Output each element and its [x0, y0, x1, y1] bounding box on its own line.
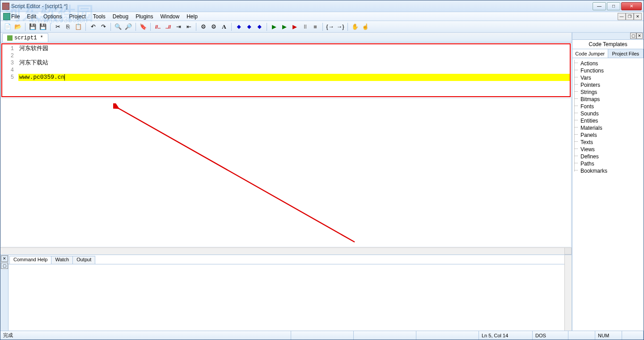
cut-icon[interactable]: ✂	[53, 22, 62, 31]
side-panel-close-icon[interactable]: ✕	[636, 33, 643, 39]
line-number: 3	[2, 60, 14, 67]
minimize-button[interactable]: —	[593, 2, 606, 10]
toolbar-separator	[196, 23, 196, 31]
code-text: www.pc0359.cn	[19, 74, 64, 81]
menu-debug[interactable]: Debug	[109, 13, 132, 21]
mdi-minimize-button[interactable]: —	[618, 13, 626, 20]
save-all-icon[interactable]: 💾	[38, 22, 47, 31]
toolbar-separator	[322, 23, 323, 31]
outdent-icon[interactable]: ⇤	[184, 22, 193, 31]
menu-help[interactable]: Help	[183, 13, 201, 21]
tree-node-defines[interactable]: Defines	[574, 153, 642, 160]
tab-command-help[interactable]: Command Help	[9, 256, 51, 264]
menu-options[interactable]: Options	[40, 13, 65, 21]
side-panel-pin-icon[interactable]: ▢	[630, 33, 636, 39]
svg-line-0	[118, 108, 355, 242]
build-icon[interactable]: ◆	[245, 22, 254, 31]
comment-slash-icon[interactable]: //..	[153, 22, 162, 31]
run-icon[interactable]: ▶	[270, 22, 279, 31]
tab-watch[interactable]: Watch	[51, 256, 73, 264]
font-icon[interactable]: A	[220, 22, 229, 31]
menu-window[interactable]: Window	[157, 13, 183, 21]
close-button[interactable]: ✕	[621, 2, 642, 10]
editor-empty-area[interactable]	[1, 99, 571, 246]
bottom-panel-close-icon[interactable]: ✕	[1, 255, 8, 262]
bottom-vertical-scrollbar[interactable]	[564, 255, 572, 331]
code-line[interactable]: 河东软件园	[18, 45, 570, 52]
tree-node-materials[interactable]: Materials	[574, 124, 642, 132]
pointer-icon[interactable]: ☝	[361, 22, 370, 31]
main-area: script1 * 1 2 3 4 5 河东软件园 河东下载站	[0, 33, 644, 331]
tree-node-pointers[interactable]: Pointers	[574, 81, 642, 89]
maximize-button[interactable]: □	[607, 2, 620, 10]
bottom-panel-tabs: Command Help Watch Output	[8, 255, 564, 264]
pause-icon[interactable]: ⏸	[301, 22, 309, 31]
rebuild-icon[interactable]: ◆	[255, 22, 264, 31]
status-cell	[416, 331, 479, 340]
tree-node-vars[interactable]: Vars	[574, 74, 642, 81]
tab-output[interactable]: Output	[72, 256, 95, 264]
menu-tools[interactable]: Tools	[89, 13, 109, 21]
redo-icon[interactable]: ↷	[99, 22, 108, 31]
tree-node-views[interactable]: Views	[574, 146, 642, 153]
undo-icon[interactable]: ↶	[89, 22, 97, 31]
tree-node-entities[interactable]: Entities	[574, 117, 642, 124]
code-line[interactable]	[18, 52, 570, 60]
line-number: 5	[2, 74, 14, 81]
mdi-close-button[interactable]: ✕	[634, 13, 642, 20]
step-into-icon[interactable]: →}	[336, 22, 345, 31]
step-over-icon[interactable]: {→	[326, 22, 335, 31]
editor-region: 1 2 3 4 5 河东软件园 河东下载站 www.pc0359.cn	[0, 42, 572, 255]
hand-icon[interactable]: ✋	[351, 22, 360, 31]
code-editor[interactable]: 1 2 3 4 5 河东软件园 河东下载站 www.pc0359.cn	[1, 43, 571, 97]
tree-node-texts[interactable]: Texts	[574, 139, 642, 146]
editor-tab-label: script1 *	[14, 35, 43, 41]
toolbar-separator	[25, 23, 25, 31]
menu-plugins[interactable]: Plugins	[132, 13, 157, 21]
stop-debug-icon[interactable]: ▶	[290, 22, 299, 31]
tree-node-strings[interactable]: Strings	[574, 89, 642, 96]
code-line[interactable]	[18, 67, 570, 74]
open-file-icon[interactable]: 📂	[13, 22, 22, 31]
bookmark-icon[interactable]: 🔖	[139, 22, 148, 31]
tab-code-jumper[interactable]: Code Jumper	[572, 49, 608, 58]
gear2-icon[interactable]: ⚙	[209, 22, 218, 31]
tree-node-fonts[interactable]: Fonts	[574, 103, 642, 110]
code-area[interactable]: 河东软件园 河东下载站 www.pc0359.cn	[18, 44, 570, 96]
save-icon[interactable]: 💾	[28, 22, 37, 31]
tree-node-actions[interactable]: Actions	[574, 60, 642, 67]
indent-icon[interactable]: ⇥	[174, 22, 183, 31]
menu-edit[interactable]: Edit	[23, 13, 40, 21]
uncomment-slash-icon[interactable]: ..//	[164, 22, 173, 31]
tree-node-panels[interactable]: Panels	[574, 132, 642, 139]
toolbar-separator	[85, 23, 86, 31]
stop-icon[interactable]: ■	[311, 22, 320, 31]
code-line[interactable]: 河东下载站	[18, 60, 570, 67]
editor-tab[interactable]: script1 *	[2, 33, 48, 42]
bottom-panel-pin-icon[interactable]: ▢	[1, 263, 8, 269]
tree-node-bookmarks[interactable]: Bookmarks	[574, 167, 642, 174]
tree-node-sounds[interactable]: Sounds	[574, 110, 642, 117]
code-line-current[interactable]: www.pc0359.cn	[18, 74, 570, 81]
copy-icon[interactable]: ⎘	[64, 22, 72, 31]
bottom-panel-body[interactable]	[8, 264, 564, 331]
menu-project[interactable]: Project	[65, 13, 89, 21]
debug-run-icon[interactable]: ▶	[280, 22, 289, 31]
find-icon[interactable]: 🔍	[114, 22, 123, 31]
mdi-restore-button[interactable]: ❐	[626, 13, 634, 20]
paste-icon[interactable]: 📋	[74, 22, 83, 31]
bottom-panel-main: Command Help Watch Output	[8, 255, 564, 331]
tree-node-paths[interactable]: Paths	[574, 160, 642, 167]
tree-node-functions[interactable]: Functions	[574, 67, 642, 74]
tree-node-bitmaps[interactable]: Bitmaps	[574, 96, 642, 103]
horizontal-scrollbar[interactable]	[0, 247, 564, 255]
side-panel: ▢ ✕ Code Templates Code Jumper Project F…	[572, 33, 644, 331]
menu-file[interactable]: File	[2, 13, 23, 21]
code-jumper-tree[interactable]: Actions Functions Vars Pointers Strings …	[572, 58, 644, 331]
compile-icon[interactable]: ◆	[234, 22, 243, 31]
gear-icon[interactable]: ⚙	[199, 22, 208, 31]
text-cursor	[64, 74, 65, 81]
new-file-icon[interactable]: 📄	[3, 22, 12, 31]
tab-project-files[interactable]: Project Files	[608, 49, 644, 58]
find-next-icon[interactable]: 🔎	[124, 22, 133, 31]
